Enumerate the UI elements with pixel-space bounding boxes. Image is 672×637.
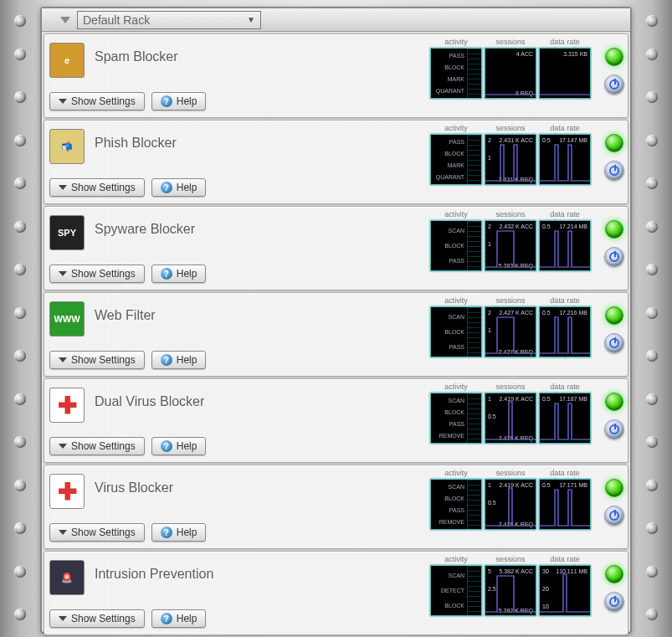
module-row: e Spam Blocker Show Settings ?Help activ… — [44, 33, 628, 118]
monitor-label: sessions — [485, 469, 536, 479]
button-label: Show Settings — [71, 182, 136, 193]
button-label: Help — [177, 182, 197, 193]
activity-row-label: SCAN — [433, 573, 464, 578]
activity-row-label: PASS — [433, 344, 464, 350]
screw-icon — [646, 135, 658, 146]
activity-row-label: BLOCK — [433, 603, 464, 609]
activity-row-label: PASS — [433, 53, 464, 59]
power-button[interactable] — [604, 419, 624, 439]
help-button[interactable]: ?Help — [151, 178, 207, 197]
help-button[interactable]: ?Help — [151, 265, 207, 283]
button-label: Show Settings — [71, 95, 136, 107]
monitors: activity SCANBLOCKPASSREMOVE sessions 10… — [430, 469, 591, 530]
module-icon: 🚨 — [49, 560, 85, 595]
module-row: SPY Spyware Blocker Show Settings ?Help … — [44, 206, 628, 290]
help-icon: ? — [161, 268, 172, 280]
power-button[interactable] — [604, 74, 624, 95]
monitor-label: data rate (KBps) — [539, 124, 591, 134]
left-rail — [0, 0, 40, 637]
button-label: Help — [177, 95, 197, 107]
power-icon — [609, 424, 619, 434]
power-button[interactable] — [604, 333, 624, 353]
button-label: Help — [177, 440, 197, 452]
help-button[interactable]: ?Help — [151, 92, 207, 110]
module-icon: SPY — [49, 215, 85, 250]
sessions-monitor: sessions 21 2.427 K ACC 2.427 K REQ — [485, 296, 536, 357]
rack-panel: Default Rack ▼ e Spam Blocker Show Setti… — [40, 7, 632, 634]
monitors: activity PASSBLOCKMARKQUARANT sessions 2… — [430, 124, 591, 185]
screw-icon — [646, 522, 658, 534]
modules-list: e Spam Blocker Show Settings ?Help activ… — [42, 32, 630, 637]
rack-selector-value: Default Rack — [83, 13, 150, 27]
activity-row-label: QUARANT — [433, 174, 464, 180]
monitor-label: activity — [430, 555, 482, 565]
screw-icon — [14, 49, 26, 60]
show-settings-button[interactable]: Show Settings — [49, 351, 145, 369]
activity-row-label: REMOVE — [433, 433, 464, 439]
monitor-label: activity — [430, 38, 482, 48]
show-settings-button[interactable]: Show Settings — [49, 523, 145, 542]
power-button[interactable] — [604, 161, 624, 181]
module-title: Spam Blocker — [95, 49, 178, 64]
show-settings-button[interactable]: Show Settings — [49, 609, 145, 628]
screw-icon — [646, 177, 658, 189]
screw-icon — [14, 15, 26, 27]
activity-row-label: SCAN — [433, 228, 464, 234]
monitor-label: activity — [430, 296, 482, 306]
chevron-down-icon — [59, 99, 67, 104]
power-icon — [609, 252, 619, 262]
chevron-down-icon — [59, 271, 67, 276]
power-button[interactable] — [604, 506, 624, 526]
monitor-label: data rate (KBps) — [539, 296, 591, 306]
monitor-label: activity — [430, 383, 482, 393]
screw-icon — [646, 49, 658, 60]
collapse-icon[interactable] — [60, 17, 70, 23]
screw-icon — [646, 566, 658, 578]
show-settings-button[interactable]: Show Settings — [49, 265, 145, 283]
power-button[interactable] — [604, 247, 624, 267]
power-button[interactable] — [604, 592, 624, 612]
screw-icon — [14, 264, 26, 275]
monitor-label: sessions — [485, 383, 536, 393]
monitor-label: activity — [430, 124, 482, 134]
activity-monitor: activity PASSBLOCKMARKQUARANT — [430, 38, 482, 99]
data-rate-monitor: data rate (KBps) 0.5 17.171 MB — [539, 469, 591, 530]
show-settings-button[interactable]: Show Settings — [49, 437, 145, 455]
monitors: activity PASSBLOCKMARKQUARANT sessions 4… — [430, 38, 591, 99]
help-button[interactable]: ?Help — [151, 523, 207, 542]
button-label: Help — [177, 527, 197, 538]
help-icon: ? — [161, 613, 172, 624]
help-button[interactable]: ?Help — [151, 437, 207, 455]
monitor-label: sessions — [485, 124, 536, 134]
activity-monitor: activity SCANBLOCKPASSREMOVE — [430, 383, 482, 444]
module-row: 📬 Phish Blocker Show Settings ?Help acti… — [44, 120, 628, 204]
monitors: activity SCANDETECTBLOCK sessions 52.5 5… — [430, 555, 591, 616]
activity-row-label: QUARANT — [433, 88, 464, 94]
monitors: activity SCANBLOCKPASSREMOVE sessions 10… — [430, 383, 591, 444]
show-settings-button[interactable]: Show Settings — [49, 178, 145, 197]
help-icon: ? — [161, 527, 172, 538]
button-label: Show Settings — [71, 268, 136, 280]
status-led-icon — [605, 134, 623, 152]
screw-icon — [14, 393, 26, 405]
screw-icon — [646, 307, 658, 319]
power-icon — [609, 511, 619, 521]
activity-row-label: PASS — [433, 139, 464, 145]
activity-monitor: activity SCANDETECTBLOCK — [430, 555, 482, 616]
data-rate-monitor: data rate (KBps) 302010 110.111 MB — [539, 555, 591, 616]
show-settings-button[interactable]: Show Settings — [49, 92, 145, 110]
monitor-label: data rate (KBps) — [539, 555, 591, 565]
monitor-label: data rate (KBps) — [539, 469, 591, 479]
screw-icon — [14, 522, 26, 534]
activity-row-label: BLOCK — [433, 64, 464, 70]
help-button[interactable]: ?Help — [151, 609, 207, 628]
help-button[interactable]: ?Help — [151, 351, 207, 369]
rack-selector[interactable]: Default Rack ▼ — [77, 11, 261, 29]
module-icon: ✚ — [49, 474, 85, 509]
status-led-icon — [605, 306, 623, 325]
data-rate-monitor: data rate (KBps) 0.5 17.214 MB — [539, 210, 591, 271]
status-led-icon — [605, 220, 623, 239]
module-row: WWW Web Filter Show Settings ?Help activ… — [44, 292, 628, 377]
module-icon: ✚ — [49, 388, 85, 423]
screw-icon — [646, 264, 658, 275]
